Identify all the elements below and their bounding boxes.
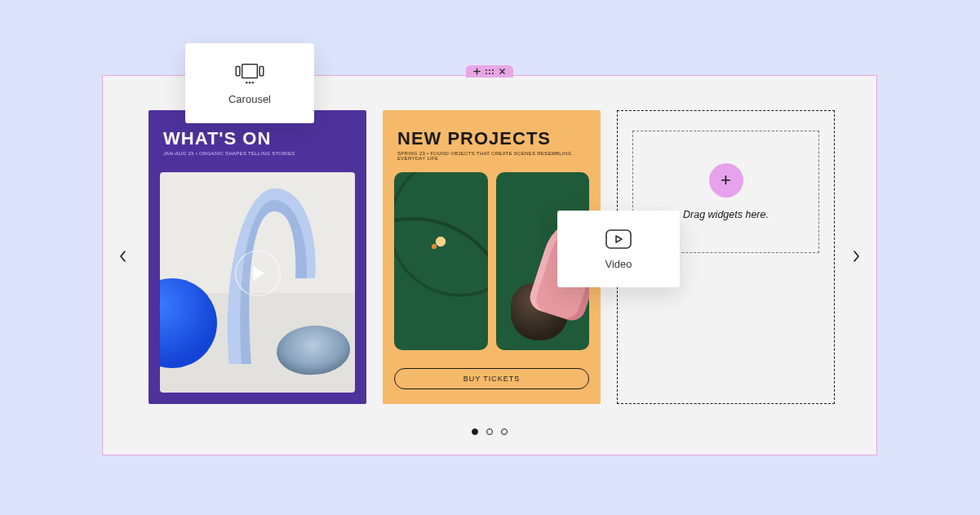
- carousel-prev-button[interactable]: [114, 247, 132, 265]
- widget-card-video[interactable]: Video: [557, 211, 680, 287]
- close-icon[interactable]: [499, 68, 506, 75]
- svg-point-9: [246, 81, 247, 82]
- svg-point-5: [492, 73, 494, 74]
- carousel-slide-1[interactable]: WHAT'S ON JAN-AUG 23 • ORGANIC SHAPES TE…: [149, 110, 366, 404]
- decorative-sphere: [160, 278, 217, 368]
- widget-label: Video: [605, 258, 632, 270]
- svg-point-4: [489, 73, 490, 74]
- widget-label: Carousel: [228, 93, 271, 105]
- plus-icon: +: [721, 170, 731, 191]
- chevron-right-icon: [851, 250, 861, 263]
- svg-rect-8: [259, 66, 264, 75]
- slide-subtitle: SPRING 23 • FOUND OBJECTS THAT CREATE SC…: [383, 151, 601, 169]
- video-icon: [605, 229, 632, 250]
- pagination-dot-2[interactable]: [486, 428, 493, 435]
- carousel-icon: [233, 62, 266, 85]
- svg-rect-7: [236, 66, 240, 75]
- image-tile: [394, 172, 488, 350]
- buy-tickets-button[interactable]: BUY TICKETS: [394, 368, 589, 389]
- slide-subtitle: JAN-AUG 23 • ORGANIC SHAPES TELLING STOR…: [149, 151, 366, 164]
- svg-point-0: [486, 69, 487, 71]
- svg-point-2: [492, 69, 494, 71]
- svg-point-1: [489, 69, 490, 71]
- add-widget-button[interactable]: +: [709, 163, 743, 198]
- play-icon[interactable]: [235, 251, 281, 296]
- editor-canvas: WHAT'S ON JAN-AUG 23 • ORGANIC SHAPES TE…: [102, 75, 877, 455]
- drag-grip-icon[interactable]: [485, 69, 494, 75]
- widget-card-carousel[interactable]: Carousel: [185, 43, 314, 123]
- slide-title: NEW PROJECTS: [383, 110, 601, 151]
- chevron-left-icon: [118, 250, 128, 263]
- carousel-next-button[interactable]: [847, 247, 865, 265]
- carousel-track: WHAT'S ON JAN-AUG 23 • ORGANIC SHAPES TE…: [149, 110, 835, 404]
- plus-icon[interactable]: [473, 68, 481, 75]
- svg-point-3: [486, 73, 487, 74]
- pagination-dot-3[interactable]: [501, 428, 508, 435]
- svg-rect-6: [242, 64, 258, 78]
- pagination-dot-1[interactable]: [472, 428, 478, 435]
- section-handle[interactable]: [466, 65, 513, 78]
- svg-point-10: [249, 81, 251, 82]
- svg-point-11: [252, 81, 254, 82]
- drop-hint: Drag widgets here.: [683, 209, 769, 220]
- svg-rect-12: [606, 230, 631, 248]
- carousel-pagination: [472, 428, 508, 435]
- slide-media: [160, 172, 355, 393]
